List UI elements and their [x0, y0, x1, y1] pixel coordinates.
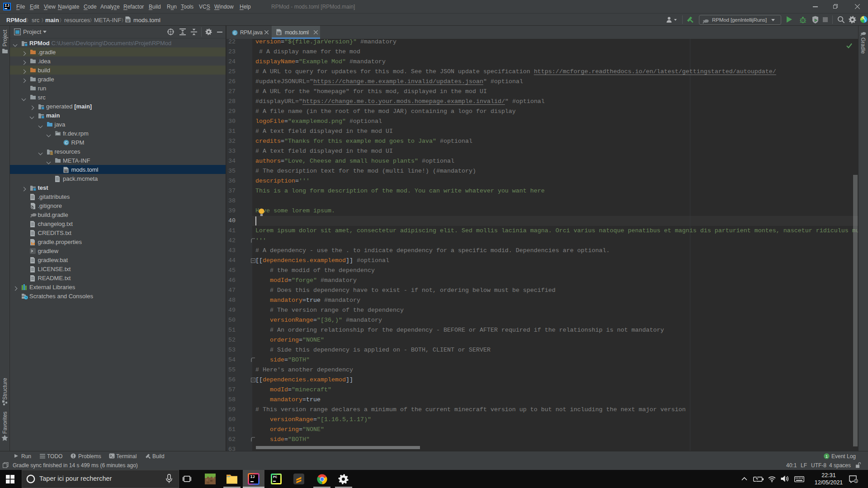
svg-text:[T]: [T]	[126, 19, 131, 22]
svg-text:1: 1	[855, 479, 857, 483]
svg-text:[T]: [T]	[63, 169, 68, 173]
svg-text:[T]: [T]	[277, 32, 282, 35]
svg-text:1: 1	[826, 454, 828, 459]
svg-text:C: C	[233, 31, 236, 35]
svg-text:C: C	[65, 141, 68, 145]
